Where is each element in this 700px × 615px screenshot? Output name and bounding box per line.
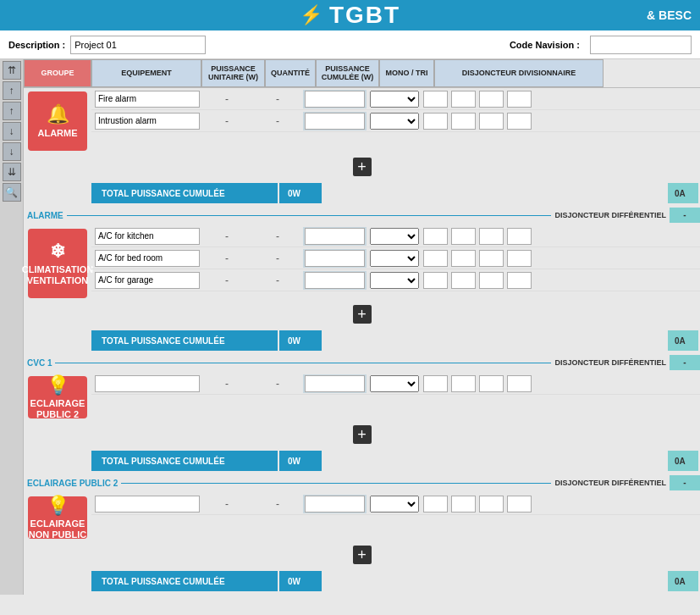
- eclairage2-disj-right: DISJONCTEUR DIFFÉRENTIEL: [554, 479, 666, 487]
- table-row: - - MONOTRI: [91, 269, 700, 291]
- eclairage-np-plus-row: +: [24, 542, 700, 568]
- disj-input-a1[interactable]: [423, 91, 448, 108]
- cum-power-input-1[interactable]: [305, 91, 365, 108]
- cvc1-data-rows: - - MONOTRI - - MONOTRI: [91, 225, 700, 302]
- move-bottom-button[interactable]: ⇊: [3, 163, 21, 181]
- cvc1-icon: ❄: [50, 241, 65, 263]
- cvc1-disj-value: -: [670, 355, 700, 370]
- cvc1-d2d[interactable]: [507, 250, 532, 267]
- eclairage2-equip-1[interactable]: [95, 375, 200, 392]
- table-row: - - MONOTRI: [91, 373, 700, 395]
- move-top-button[interactable]: ⇈: [3, 61, 21, 80]
- eclairage2-disj-value: -: [670, 475, 700, 490]
- alarme-rows: 🔔 ALARME - -: [24, 88, 700, 154]
- alarme-icon: 🔔: [47, 103, 69, 125]
- disj-input-c1[interactable]: [479, 91, 504, 108]
- mono-select-2[interactable]: MONOTRI: [370, 113, 419, 130]
- eclairage2-data-rows: - - MONOTRI: [91, 373, 700, 422]
- cvc1-d3d[interactable]: [507, 272, 532, 289]
- alarme-plus-row: +: [24, 154, 700, 180]
- cvc1-d1a[interactable]: [423, 228, 448, 245]
- disj-input-b2[interactable]: [451, 113, 476, 130]
- ecl2-d1a[interactable]: [423, 375, 448, 392]
- eclairage2-add-button[interactable]: +: [353, 425, 372, 444]
- disj-b-1: [449, 90, 477, 108]
- qty-dash-1: -: [201, 92, 252, 106]
- disj-input-d2[interactable]: [507, 113, 532, 130]
- cvc1-total-value: 0W: [279, 330, 322, 351]
- code-navision-input[interactable]: [590, 36, 692, 54]
- table-row: - - MONOTRI: [91, 110, 700, 132]
- disj-d-1: [505, 90, 533, 108]
- equip-name-input-2[interactable]: [95, 113, 200, 130]
- eclairage-np-power-1[interactable]: [305, 496, 365, 512]
- eclairage-np-total-row: TOTAL PUISSANCE CUMULÉE 0W 0A: [24, 569, 700, 593]
- table-row: - - MONOTRI: [91, 225, 700, 247]
- cvc1-divider: CVC 1 DISJONCTEUR DIFFÉRENTIEL -: [24, 354, 700, 371]
- cvc1-d2c[interactable]: [479, 250, 504, 267]
- alarme-add-button[interactable]: +: [353, 158, 372, 176]
- eclairage-np-add-button[interactable]: +: [353, 546, 372, 564]
- move-up-button[interactable]: ↑: [3, 81, 21, 100]
- eclairage-np-total-label: TOTAL PUISSANCE CUMULÉE: [91, 571, 278, 591]
- move-down-button[interactable]: ↓: [3, 122, 21, 141]
- disj-input-d1[interactable]: [507, 91, 532, 108]
- cvc1-d3b[interactable]: [451, 272, 476, 289]
- cvc1-d3a[interactable]: [423, 272, 448, 289]
- alarme-data-rows: - - MONOTRI: [91, 88, 700, 154]
- alarme-divider-label: ALARME: [27, 211, 63, 220]
- ecl-np-d1a[interactable]: [423, 496, 448, 512]
- cvc1-d3c[interactable]: [479, 272, 504, 289]
- eclairage-np-equip-1[interactable]: [95, 496, 200, 512]
- cvc1-mono-1[interactable]: MONOTRI: [370, 228, 419, 245]
- cvc1-mono-2[interactable]: MONOTRI: [370, 250, 419, 267]
- move-down2-button[interactable]: ↓: [3, 142, 21, 161]
- eclairage2-total-label: TOTAL PUISSANCE CUMULÉE: [91, 451, 278, 471]
- ecl-np-d1b[interactable]: [451, 496, 476, 512]
- project-input[interactable]: [70, 36, 206, 54]
- ecl-np-d1c[interactable]: [479, 496, 504, 512]
- disj-input-b1[interactable]: [451, 91, 476, 108]
- cvc1-power-3[interactable]: [305, 272, 365, 289]
- move-up2-button[interactable]: ↑: [3, 102, 21, 120]
- mono-tri-select-2[interactable]: MONOTRI: [367, 112, 422, 130]
- table-row: - - MONOTRI: [91, 493, 700, 515]
- ecl2-d1c[interactable]: [479, 375, 504, 392]
- cvc1-add-button[interactable]: +: [353, 305, 372, 324]
- equip-name-input-1[interactable]: [95, 91, 200, 108]
- col-mono-tri: MONO / TRI: [379, 59, 434, 87]
- ecl2-d1d[interactable]: [507, 375, 532, 392]
- ecl-np-d1d[interactable]: [507, 496, 532, 512]
- disj-input-c2[interactable]: [479, 113, 504, 130]
- cvc1-d1b[interactable]: [451, 228, 476, 245]
- section-cvc1: ❄ CLIMATISATION VENTILATION - - MONOTRI: [24, 225, 700, 371]
- cum-power-input-2[interactable]: [305, 113, 365, 130]
- cvc1-d1d[interactable]: [507, 228, 532, 245]
- cvc1-rows: ❄ CLIMATISATION VENTILATION - - MONOTRI: [24, 225, 700, 302]
- mono-tri-select-1[interactable]: MONOTRI: [367, 90, 422, 108]
- eclairage2-icon-col: 💡 ECLAIRAGE PUBLIC 2: [24, 373, 91, 422]
- ecl2-d1b[interactable]: [451, 375, 476, 392]
- cvc1-d2a[interactable]: [423, 250, 448, 267]
- header-subtitle: & BESC: [647, 8, 692, 22]
- cvc1-power-1[interactable]: [305, 228, 365, 245]
- cvc1-d2b[interactable]: [451, 250, 476, 267]
- table-row: - - MONOTRI: [91, 247, 700, 269]
- mono-select-1[interactable]: MONOTRI: [370, 91, 419, 108]
- cvc1-equip-2[interactable]: [95, 250, 200, 267]
- alarme-icon-col: 🔔 ALARME: [24, 88, 91, 154]
- col-puissance-unit: PUISSANCE UNITAIRE (W): [201, 59, 265, 87]
- cvc1-d1c[interactable]: [479, 228, 504, 245]
- eclairage2-power-1[interactable]: [305, 375, 365, 392]
- search-button[interactable]: 🔍: [3, 183, 21, 202]
- description-label: Description :: [8, 40, 65, 50]
- alarme-divider: ALARME DISJONCTEUR DIFFÉRENTIEL -: [24, 207, 700, 224]
- cvc1-equip-1[interactable]: [95, 228, 200, 245]
- col-groupe: GROUPE: [24, 59, 91, 87]
- cvc1-mono-3[interactable]: MONOTRI: [370, 272, 419, 289]
- disj-input-a2[interactable]: [423, 113, 448, 130]
- cvc1-equip-3[interactable]: [95, 272, 200, 289]
- eclairage2-mono-1[interactable]: MONOTRI: [370, 375, 419, 392]
- eclairage-np-mono-1[interactable]: MONOTRI: [370, 496, 419, 512]
- cvc1-power-2[interactable]: [305, 250, 365, 267]
